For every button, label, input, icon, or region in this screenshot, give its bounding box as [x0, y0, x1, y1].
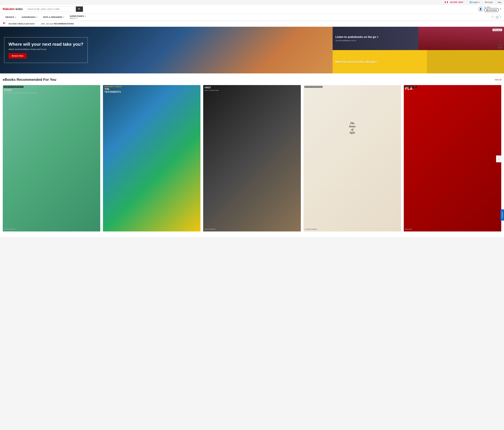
promo-bar: 🚩 Get DAILY DEALS and more! | John, see …: [0, 21, 504, 27]
account-avatar-icon: 👤: [478, 7, 483, 11]
hero-title: Where will your next read take you?: [9, 42, 83, 47]
hero-ereader-panel[interactable]: Meet the newest Kobo eReader >: [333, 50, 504, 73]
browse-now-button[interactable]: Browse Now: [9, 53, 27, 59]
feedback-tab[interactable]: Feedback: [500, 209, 504, 221]
ereader-promo-title: Meet the newest Kobo eReader >: [335, 60, 501, 63]
cart-chevron-icon: [500, 17, 501, 18]
book-cover-range: #1 NEW YORK TIMES BESTSELLER RANGEWHY GE…: [3, 85, 100, 232]
hi-text: Hi, John: [484, 6, 499, 8]
ebooks-recommended-section: eBooks Recommended For You View all #1 N…: [0, 73, 504, 237]
divider-2: |: [482, 1, 483, 3]
super-points-balance: Balance: 0: [70, 17, 86, 19]
book-author-flash: MICH LEV: [405, 228, 500, 230]
audiobooks-label: AUDIOBOOKS: [22, 16, 36, 18]
book-author-sense: STEVEN PINKER: [305, 228, 400, 230]
next-books-button[interactable]: ›: [496, 155, 501, 162]
promo-divider: |: [37, 22, 38, 25]
book-title-froning: FIRSTWHAT IT TAKES TO WIN: [205, 86, 299, 91]
super-points-label: SUPER POINTS: [70, 15, 86, 17]
promo-text[interactable]: Get $15, John!: [450, 1, 463, 3]
nyt-badge-sense: NEW YORK TIMES BESTSELLER: [304, 86, 323, 88]
headphone-icon: 🎧: [498, 44, 503, 49]
divider-1: |: [467, 1, 467, 3]
my-account-badge: My Account: [484, 8, 499, 12]
ebooks-chevron-icon: [15, 17, 16, 18]
top-bar: Get $15, John! | 🌐 English | Gift Cards …: [0, 0, 504, 5]
nav-ebooks[interactable]: eBOOKS: [3, 14, 19, 20]
logo[interactable]: Rakuten kobo: [3, 7, 23, 11]
nav-apps[interactable]: APPS & eREADERS: [40, 14, 67, 20]
book-title-flash: FLA: [405, 86, 500, 91]
book-card-froning[interactable]: FIRSTWHAT IT TAKES TO WIN RICH FRONING: [203, 85, 301, 233]
nav-super-points[interactable]: SUPER POINTS Balance: 0: [67, 14, 89, 21]
language-label: English: [472, 1, 478, 3]
book-author-range: DAVID EPSTEIN: [4, 228, 99, 230]
book-title-range: RANGEWHY GENERALISTS TRIUMPH IN A SPECIA…: [4, 89, 99, 94]
search-input[interactable]: [25, 6, 76, 12]
audiobooks-chevron-icon: [36, 17, 37, 18]
account-button[interactable]: 👤 Hi, John My Account: [478, 6, 501, 12]
nyt-badge-range: #1 NEW YORK TIMES BESTSELLER: [4, 86, 23, 88]
account-chevron-icon: [500, 9, 501, 9]
main-nav: eBOOKS AUDIOBOOKS APPS & eREADERS SUPER …: [0, 14, 504, 21]
apps-label: APPS & eREADERS: [43, 16, 62, 18]
daily-deals-text[interactable]: Get DAILY DEALS and more!: [9, 23, 35, 25]
book-card-flash[interactable]: #1 NEW YORK TIMES FLA MICH LEV: [404, 85, 501, 233]
gift-cards-link[interactable]: Gift Cards: [485, 1, 493, 3]
ebooks-label: eBOOKS: [6, 16, 14, 18]
hero-right-panels: Show apps Listen to audiobooks on the go…: [333, 27, 504, 73]
book-card-range[interactable]: #1 NEW YORK TIMES BESTSELLER RANGEWHY GE…: [3, 85, 100, 233]
wishlist-icon[interactable]: ♡: [491, 15, 494, 19]
kobo-logo-text: kobo: [16, 7, 23, 11]
search-button[interactable]: 🔍: [76, 6, 83, 12]
help-link[interactable]: Help: [498, 1, 501, 3]
nav-audiobooks[interactable]: AUDIOBOOKS: [19, 14, 40, 20]
book-title-sense: TheSenseofStyle: [305, 122, 400, 134]
book-title-testaments: MARGARET ATWOODTHETESTAMENTS: [104, 86, 199, 93]
hero-audiobooks-panel[interactable]: Show apps Listen to audiobooks on the go…: [333, 27, 504, 50]
book-cover-flash: #1 NEW YORK TIMES FLA MICH LEV: [404, 85, 501, 232]
header: Rakuten kobo 🔍 👤 Hi, John My Account: [0, 5, 504, 14]
view-all-link[interactable]: View all: [495, 79, 501, 81]
super-points-chevron-icon: [85, 16, 86, 17]
hero-subtitle: eBook recommendations chosen just for yo…: [9, 48, 83, 50]
search-container: 🔍: [25, 6, 83, 12]
audiobooks-promo-title: Listen to audiobooks on the go >: [335, 35, 501, 38]
language-selector[interactable]: 🌐 English: [469, 1, 480, 3]
account-text: Hi, John My Account: [484, 6, 499, 12]
divider-3: |: [495, 1, 495, 3]
promo-flag-icon: 🚩: [3, 22, 6, 25]
canada-flag-icon: [445, 1, 448, 3]
language-chevron-icon: [479, 2, 480, 3]
book-cover-testaments: MARGARET ATWOODTHETESTAMENTS: [103, 85, 200, 232]
cart-icon[interactable]: 🛒: [495, 15, 500, 19]
search-icon: 🔍: [78, 8, 81, 10]
hero-content-box: Where will your next read take you? eBoo…: [4, 37, 88, 63]
book-card-testaments[interactable]: MARGARET ATWOODTHETESTAMENTS: [103, 85, 200, 233]
apps-chevron-icon: [63, 17, 64, 18]
hero-main-banner: Where will your next read take you? eBoo…: [0, 27, 333, 73]
nav-right-icons: ♡ 🛒: [491, 15, 501, 19]
hero-section: Where will your next read take you? eBoo…: [0, 27, 504, 73]
show-apps-badge[interactable]: Show apps: [493, 29, 502, 31]
audiobooks-promo-subtitle: Your first audiobook is on us: [335, 40, 501, 42]
books-grid: #1 NEW YORK TIMES BESTSELLER RANGEWHY GE…: [3, 85, 501, 233]
cart-container[interactable]: 🛒: [495, 15, 501, 19]
book-author-froning: RICH FRONING: [205, 228, 299, 230]
section-header: eBooks Recommended For You View all: [3, 77, 501, 82]
globe-icon: 🌐: [469, 1, 472, 3]
book-card-sense[interactable]: NEW YORK TIMES BESTSELLER TheSenseofStyl…: [304, 85, 401, 233]
recommendations-text[interactable]: John, see your RECOMMENDATIONS: [41, 23, 74, 25]
book-cover-froning: FIRSTWHAT IT TAKES TO WIN RICH FRONING: [203, 85, 301, 232]
rakuten-logo-text: Rakuten: [3, 7, 16, 11]
book-cover-sense: NEW YORK TIMES BESTSELLER TheSenseofStyl…: [304, 85, 401, 232]
section-title: eBooks Recommended For You: [3, 77, 56, 82]
